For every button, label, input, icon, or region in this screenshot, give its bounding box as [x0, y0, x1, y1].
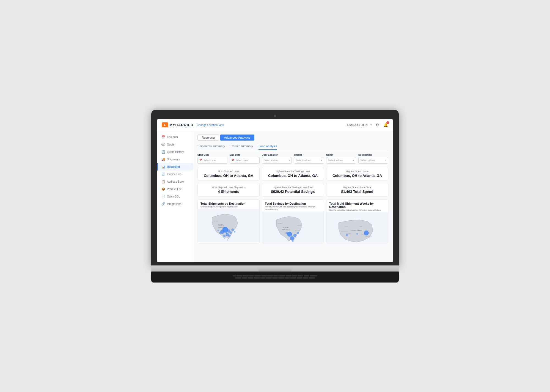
chevron-down-icon-2: ▾ — [321, 159, 322, 161]
stat-value-5: $1,493 Total Spend — [330, 190, 384, 194]
user-dropdown-icon[interactable]: ▾ — [370, 124, 372, 126]
map-dot-2a — [232, 228, 234, 231]
sidebar-item-reporting[interactable]: 📊 Reporting — [157, 163, 193, 171]
sidebar-item-integrations[interactable]: 🔗 Integrations — [157, 200, 193, 208]
keyboard-row-2 — [164, 277, 386, 279]
stats-row-bottom: Most Shipped Lane Shipments 4 Shipments … — [197, 183, 388, 197]
sidebar-item-invoice-hub[interactable]: 🧾 Invoice Hub — [157, 171, 193, 178]
key — [266, 277, 272, 279]
tab-advanced-analytics[interactable]: Advanced Analytics — [220, 135, 254, 141]
main-content: Reporting Advanced Analytics Shipments s… — [193, 131, 393, 262]
key — [272, 277, 278, 279]
map-label-north-america-2: NORTH — [283, 227, 288, 228]
map-card-shipments: Total Shipments by Destination Understan… — [197, 199, 260, 243]
logo-text: MYCARRIER — [169, 123, 194, 127]
key — [285, 275, 291, 276]
sub-tab-carrier-summary[interactable]: Carrier summary — [230, 144, 253, 150]
map-svg-2: NORTH AMERICA Canada Chicago New York — [262, 212, 324, 243]
keyboard-row-1 — [164, 275, 386, 276]
tab-reporting[interactable]: Reporting — [197, 135, 219, 141]
key — [235, 277, 241, 279]
user-name: RIANA UPTON — [347, 123, 368, 127]
map-dot-cuba-2 — [292, 240, 294, 242]
map-label-state-1: UTAH — [345, 226, 348, 227]
sidebar-item-label: Reporting — [167, 165, 180, 168]
key — [284, 277, 290, 279]
calendar-icon: 📅 — [161, 135, 165, 139]
map-row: Total Shipments by Destination Understan… — [197, 199, 388, 243]
map-dot-2b — [297, 232, 299, 234]
map-title-1: Total Shipments by Destination — [200, 202, 257, 205]
stats-row-top: Most Shipped Lane Columbus, OH to Atlant… — [197, 167, 388, 181]
key — [310, 275, 317, 276]
camera — [274, 115, 276, 117]
end-date-input[interactable]: 📅 Select date — [230, 157, 260, 164]
map-area-2: NORTH AMERICA Canada Chicago New York — [262, 212, 324, 243]
sidebar-item-quote-history[interactable]: 🔄 Quote History — [157, 148, 193, 156]
map-dot-9a — [226, 232, 227, 234]
sidebar-item-quick-bol[interactable]: 📄 Quick BOL — [157, 193, 193, 200]
map-dot-center-3 — [356, 233, 358, 235]
map-dot-l-2 — [290, 236, 294, 240]
map-dot-s-1 — [229, 231, 232, 234]
sub-tab-shipments-summary[interactable]: Shipments summary — [197, 144, 225, 150]
map-dot-6a — [234, 231, 236, 232]
change-location-link[interactable]: Change Location View — [197, 124, 224, 127]
sidebar-item-calendar[interactable]: 📅 Calendar — [157, 133, 193, 141]
origin-select[interactable]: Select values ▾ — [326, 157, 356, 164]
stat-value-3: 4 Shipments — [202, 190, 255, 194]
invoice-hub-icon: 🧾 — [161, 172, 165, 176]
map-card-header-1: Total Shipments by Destination Understan… — [198, 200, 259, 209]
key — [260, 277, 266, 279]
start-date-input[interactable]: 📅 Select date — [197, 157, 227, 164]
notifications-icon[interactable]: 🔔 2 — [383, 122, 388, 128]
map-label-mississippi: MISSISSIPPI — [365, 236, 372, 237]
trackpad — [258, 268, 292, 272]
sidebar-item-label: Quick BOL — [167, 195, 180, 198]
sidebar-item-shipments[interactable]: 🚚 Shipments — [157, 156, 193, 163]
map-svg-3: United States UTAH ARIZONA NEW MEXICO IO… — [326, 212, 388, 243]
map-area-3: United States UTAH ARIZONA NEW MEXICO IO… — [326, 212, 388, 243]
map-dot-xs-1 — [219, 232, 222, 234]
filter-user-location: User Location Select values ▾ — [262, 153, 292, 164]
sidebar-item-product-list[interactable]: 📦 Product List — [157, 185, 193, 193]
header-left: ▶ MYCARRIER Change Location View — [162, 122, 224, 127]
key — [237, 275, 243, 276]
map-label-united-states-3: United States — [351, 229, 362, 231]
sub-tab-lane-analysis[interactable]: Lane analysis — [258, 144, 277, 150]
laptop-base — [151, 265, 399, 272]
reporting-icon: 📊 — [161, 165, 165, 169]
map-card-savings: Total Savings by Destination Identify la… — [262, 199, 324, 243]
stat-label-5: Highest Spend Lane Total — [330, 186, 384, 189]
map-dot-east-3 — [364, 231, 369, 235]
quote-icon: 💬 — [161, 143, 165, 146]
stat-value-1: Columbus, OH to Atlanta, GA — [266, 174, 320, 178]
settings-icon[interactable]: ⚙ — [375, 122, 380, 128]
app-wrapper: ▶ MYCARRIER Change Location View RIANA U… — [157, 119, 393, 262]
map-svg-1: NORTH AMERICA Canada — [198, 209, 259, 242]
carrier-select[interactable]: Select values ▾ — [294, 157, 324, 164]
stat-value-4: $620.42 Potential Savings — [266, 190, 320, 194]
map-label-new-york: New York — [295, 230, 301, 232]
map-label-chicago: Chicago — [297, 225, 302, 226]
map-label-nm: NEW MEXICO — [341, 231, 348, 232]
key — [296, 277, 302, 279]
carrier-placeholder: Select values — [296, 159, 311, 162]
stat-card-highest-savings-total: Highest Potential Savings Lane Total $62… — [262, 183, 324, 197]
sidebar-item-address-book[interactable]: 📋 Address Book — [157, 178, 193, 185]
user-location-select[interactable]: Select values ▾ — [262, 157, 292, 164]
key — [261, 275, 267, 276]
sidebar-item-quote[interactable]: 💬 Quote — [157, 141, 193, 148]
product-list-icon: 📦 — [161, 187, 165, 191]
sidebar-item-label: Quote — [167, 143, 174, 146]
key — [249, 275, 255, 276]
map-dot-7a — [218, 230, 219, 231]
user-location-label: User Location — [262, 153, 292, 156]
destination-select[interactable]: Select values ▾ — [358, 157, 388, 164]
map-dot-8a — [223, 235, 226, 237]
integrations-icon: 🔗 — [161, 202, 165, 206]
filter-destination: Destination Select values ▾ — [358, 153, 388, 164]
stat-card-highest-spend-total: Highest Spend Lane Total $1,493 Total Sp… — [326, 183, 388, 197]
map-title-3: Total Multi-Shipment Weeks by Destinatio… — [329, 202, 385, 209]
destination-placeholder: Select values — [360, 159, 375, 162]
